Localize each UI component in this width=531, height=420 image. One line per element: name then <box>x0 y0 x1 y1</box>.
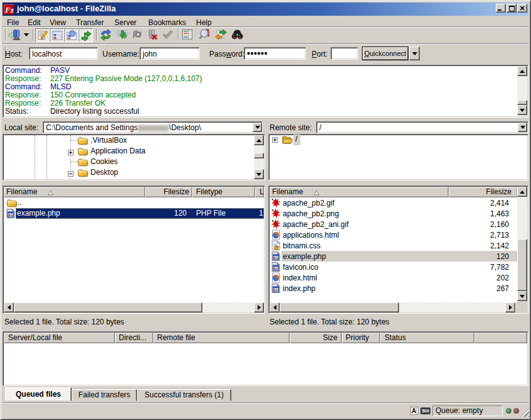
svg-text:Fz: Fz <box>4 5 14 14</box>
